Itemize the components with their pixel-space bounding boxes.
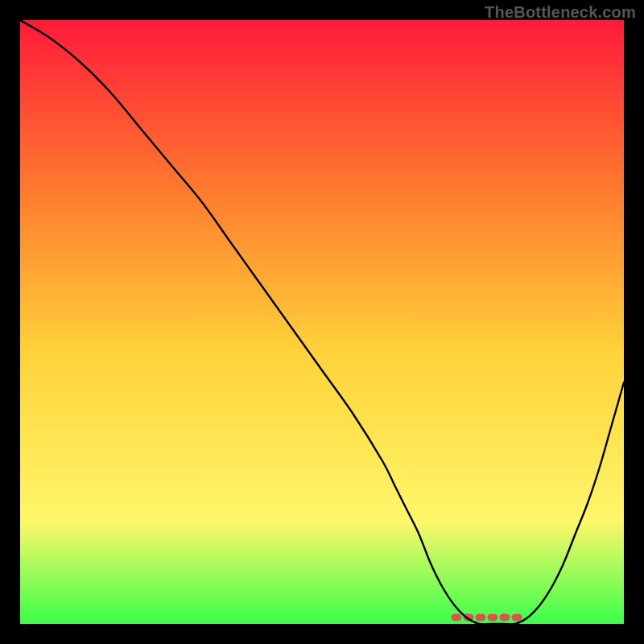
chart-frame: TheBottleneck.com (0, 0, 644, 644)
bottleneck-curve-chart (20, 20, 624, 624)
watermark-label: TheBottleneck.com (485, 3, 636, 22)
gradient-background (20, 20, 624, 624)
plot-area (20, 20, 624, 624)
